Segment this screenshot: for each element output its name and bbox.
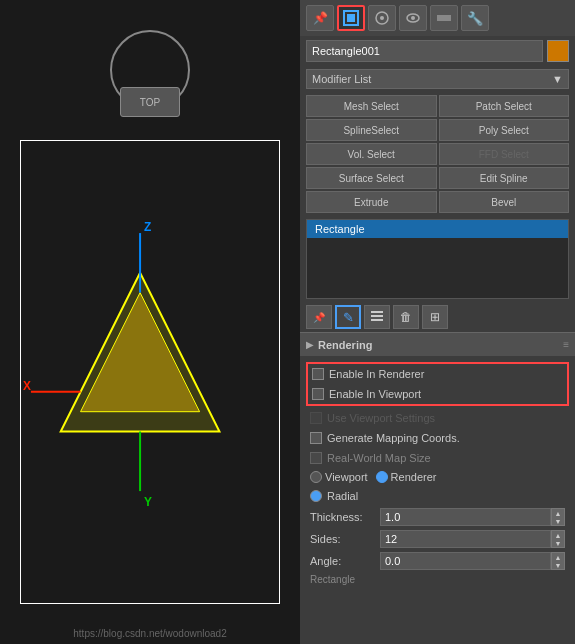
viewport-ring: TOP: [110, 30, 190, 110]
modifier-stack[interactable]: Rectangle: [306, 219, 569, 299]
sides-label: Sides:: [310, 533, 380, 545]
svg-marker-1: [81, 293, 200, 412]
surface-select-button[interactable]: Surface Select: [306, 167, 437, 189]
svg-rect-15: [371, 315, 383, 317]
rectangle-section-label: Rectangle: [306, 572, 569, 587]
angle-up[interactable]: ▲: [552, 553, 564, 561]
thickness-label: Thickness:: [310, 511, 380, 523]
stack-item-rectangle[interactable]: Rectangle: [307, 220, 568, 238]
angle-input[interactable]: [380, 552, 551, 570]
name-row: [300, 36, 575, 66]
svg-rect-17: [371, 311, 383, 313]
angle-spinner[interactable]: ▲ ▼: [551, 552, 565, 570]
sides-up[interactable]: ▲: [552, 531, 564, 539]
radial-label: Radial: [327, 490, 358, 502]
real-world-checkbox[interactable]: [310, 452, 322, 464]
thickness-row: Thickness: ▲ ▼: [306, 506, 569, 528]
svg-rect-9: [347, 14, 355, 22]
stack-show-all-button[interactable]: ⊞: [422, 305, 448, 329]
utilities-button[interactable]: 🔧: [461, 5, 489, 31]
poly-select-button[interactable]: Poly Select: [439, 119, 570, 141]
generate-mapping-checkbox[interactable]: [310, 432, 322, 444]
viewport-radio-option[interactable]: Viewport: [310, 471, 368, 483]
ffd-select-button[interactable]: FFD Select: [439, 143, 570, 165]
viewport-content: Z Y X: [20, 140, 280, 604]
rendering-menu-icon: ≡: [563, 339, 569, 350]
enable-renderer-checkbox[interactable]: [312, 368, 324, 380]
stack-pin-button[interactable]: 📌: [306, 305, 332, 329]
use-viewport-checkbox[interactable]: [310, 412, 322, 424]
svg-text:Z: Z: [144, 220, 151, 234]
stack-delete-button[interactable]: 🗑: [393, 305, 419, 329]
enable-viewport-label: Enable In Viewport: [329, 388, 421, 400]
svg-text:Y: Y: [144, 495, 152, 509]
motion-button[interactable]: [399, 5, 427, 31]
edit-spline-button[interactable]: Edit Spline: [439, 167, 570, 189]
svg-point-13: [411, 16, 415, 20]
modifier-list-row: Modifier List ▼: [300, 66, 575, 92]
svg-point-11: [380, 16, 384, 20]
color-swatch[interactable]: [547, 40, 569, 62]
use-viewport-label: Use Viewport Settings: [327, 412, 435, 424]
viewport-panel[interactable]: TOP Z Y X https://blog.csdn.net/wodownlo…: [0, 0, 300, 644]
thickness-down[interactable]: ▼: [552, 517, 564, 525]
enable-renderer-label: Enable In Renderer: [329, 368, 424, 380]
angle-down[interactable]: ▼: [552, 561, 564, 569]
generate-mapping-row: Generate Mapping Coords.: [306, 428, 569, 448]
modifier-tab-button[interactable]: [337, 5, 365, 31]
thickness-input[interactable]: [380, 508, 551, 526]
stack-configure-button[interactable]: [364, 305, 390, 329]
real-world-label: Real-World Map Size: [327, 452, 431, 464]
right-panel: 📌 🔧: [300, 0, 575, 644]
patch-select-button[interactable]: Patch Select: [439, 95, 570, 117]
generate-mapping-label: Generate Mapping Coords.: [327, 432, 460, 444]
viewport-top-badge: TOP: [120, 87, 180, 117]
watermark: https://blog.csdn.net/wodownload2: [0, 628, 300, 639]
enable-renderer-row: Enable In Renderer: [308, 364, 567, 384]
thickness-up[interactable]: ▲: [552, 509, 564, 517]
renderer-radio-label: Renderer: [391, 471, 437, 483]
object-name-input[interactable]: [306, 40, 543, 62]
spline-select-button[interactable]: SplineSelect: [306, 119, 437, 141]
toolbar-row: 📌 🔧: [300, 0, 575, 36]
viewport-radio-label: Viewport: [325, 471, 368, 483]
highlighted-checkboxes: Enable In Renderer Enable In Viewport: [306, 362, 569, 406]
display-button[interactable]: [430, 5, 458, 31]
renderer-radio-option[interactable]: Renderer: [376, 471, 437, 483]
extrude-button[interactable]: Extrude: [306, 191, 437, 213]
mesh-select-button[interactable]: Mesh Select: [306, 95, 437, 117]
real-world-row: Real-World Map Size: [306, 448, 569, 468]
rendering-section-header[interactable]: ▶ Rendering ≡: [300, 332, 575, 356]
angle-label: Angle:: [310, 555, 380, 567]
rendering-title: Rendering: [318, 339, 372, 351]
pin-button[interactable]: 📌: [306, 5, 334, 31]
radio-row: Viewport Renderer: [306, 468, 569, 486]
enable-viewport-row: Enable In Viewport: [308, 384, 567, 404]
angle-row: Angle: ▲ ▼: [306, 550, 569, 572]
svg-text:X: X: [23, 379, 31, 393]
modifier-buttons-grid: Mesh Select Patch Select SplineSelect Po…: [300, 92, 575, 216]
rendering-collapse-icon: ▶: [306, 339, 314, 350]
modifier-list-dropdown[interactable]: Modifier List ▼: [306, 69, 569, 89]
svg-rect-16: [371, 319, 383, 321]
sides-spinner[interactable]: ▲ ▼: [551, 530, 565, 548]
radial-row: Radial: [306, 486, 569, 506]
bevel-button[interactable]: Bevel: [439, 191, 570, 213]
enable-viewport-checkbox[interactable]: [312, 388, 324, 400]
hierarchy-button[interactable]: [368, 5, 396, 31]
sides-input[interactable]: [380, 530, 551, 548]
sides-row: Sides: ▲ ▼: [306, 528, 569, 550]
rendering-content: Enable In Renderer Enable In Viewport Us…: [300, 356, 575, 591]
vol-select-button[interactable]: Vol. Select: [306, 143, 437, 165]
stack-edit-toggle[interactable]: ✎: [335, 305, 361, 329]
thickness-spinner[interactable]: ▲ ▼: [551, 508, 565, 526]
use-viewport-settings-row: Use Viewport Settings: [306, 408, 569, 428]
viewport-radio-dot: [310, 471, 322, 483]
renderer-radio-dot: [376, 471, 388, 483]
svg-rect-14: [437, 15, 451, 21]
radial-radio[interactable]: [310, 490, 322, 502]
stack-toolbar: 📌 ✎ 🗑 ⊞: [300, 302, 575, 332]
sides-down[interactable]: ▼: [552, 539, 564, 547]
